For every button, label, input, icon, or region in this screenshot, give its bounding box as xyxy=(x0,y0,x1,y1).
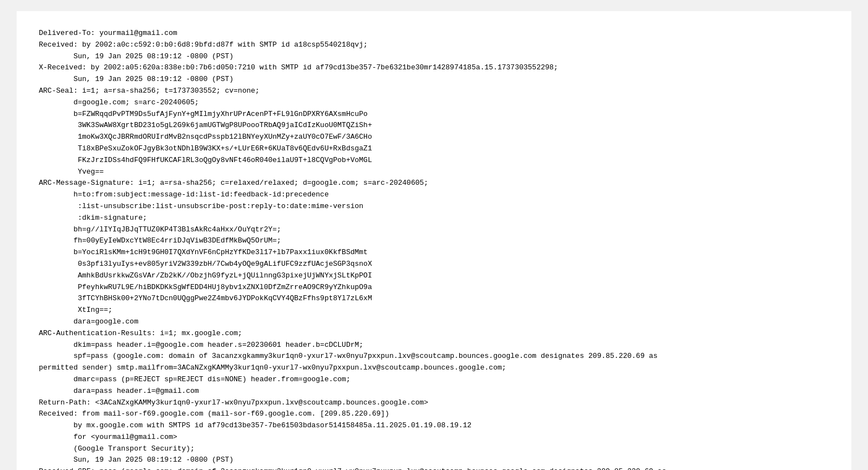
email-header-container: Delivered-To: yourmail@gmail.com Receive… xyxy=(17,11,851,470)
email-raw-content: Delivered-To: yourmail@gmail.com Receive… xyxy=(39,28,829,470)
